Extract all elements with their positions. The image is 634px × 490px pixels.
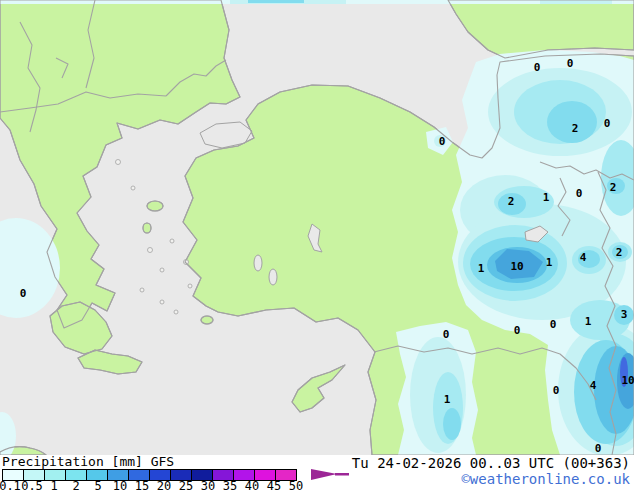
precip-value-label: 2 bbox=[572, 122, 579, 135]
precip-value-label: 0 bbox=[567, 57, 574, 70]
legend-tick-label: 25 bbox=[179, 479, 193, 490]
precip-value-label: 0 bbox=[553, 384, 560, 397]
precip-value-label: 0 bbox=[439, 135, 446, 148]
legend-title: Precipitation [mm] GFS bbox=[2, 454, 174, 469]
precip-value-label: 10 bbox=[621, 374, 634, 387]
legend-tick-label: 30 bbox=[201, 479, 215, 490]
copyright-link[interactable]: ©weatheronline.co.uk bbox=[461, 471, 630, 487]
legend-tick-label: 20 bbox=[157, 479, 171, 490]
precip-value-label: 0 bbox=[595, 442, 602, 455]
precipitation-map: 000020210211014213000041010 bbox=[0, 0, 634, 455]
precip-value-label: 0 bbox=[443, 328, 450, 341]
precip-value-label: 0 bbox=[514, 324, 521, 337]
legend-tick-label: 45 bbox=[267, 479, 281, 490]
precip-value-label: 2 bbox=[616, 246, 623, 259]
precip-value-label: 1 bbox=[585, 315, 592, 328]
precip-value-label: 1 bbox=[546, 256, 553, 269]
legend-tick-label: 0.5 bbox=[21, 479, 43, 490]
legend-tick-label: 1 bbox=[50, 479, 57, 490]
precip-value-label: 3 bbox=[621, 308, 628, 321]
legend-tick-labels: 0.10.5125101520253035404550 bbox=[2, 479, 342, 490]
precip-value-label: 0 bbox=[534, 61, 541, 74]
precip-value-label: 1 bbox=[444, 393, 451, 406]
legend-title-model: GFS bbox=[151, 454, 174, 469]
legend-tick-label: 2 bbox=[72, 479, 79, 490]
precip-value-label: 0 bbox=[20, 287, 27, 300]
precip-value-label: 4 bbox=[590, 379, 597, 392]
precip-value-label: 0 bbox=[550, 318, 557, 331]
precip-value-label: 2 bbox=[610, 181, 617, 194]
legend-tick-label: 15 bbox=[135, 479, 149, 490]
legend-tick-label: 10 bbox=[113, 479, 127, 490]
precip-value-label: 10 bbox=[510, 260, 523, 273]
precip-value-label: 2 bbox=[508, 195, 515, 208]
precip-value-label: 1 bbox=[543, 191, 550, 204]
map-area: 000020210211014213000041010 bbox=[0, 0, 634, 455]
legend-title-word: Precipitation bbox=[2, 454, 104, 470]
precip-value-label: 0 bbox=[604, 117, 611, 130]
legend-tick-label: 5 bbox=[94, 479, 101, 490]
legend-tick-label: 40 bbox=[245, 479, 259, 490]
legend-tick-label: 35 bbox=[223, 479, 237, 490]
legend-tick-label: 50 bbox=[289, 479, 303, 490]
legend-title-unit: [mm] bbox=[112, 454, 143, 469]
forecast-timestamp: Tu 24-02-2026 00..03 UTC (00+363) bbox=[352, 455, 630, 471]
precip-value-label: 0 bbox=[576, 187, 583, 200]
precip-value-label: 4 bbox=[580, 251, 587, 264]
legend-tick-label: 0.1 bbox=[0, 479, 21, 490]
weather-map-screen: 000020210211014213000041010 Precipitatio… bbox=[0, 0, 634, 490]
precip-value-label: 1 bbox=[478, 262, 485, 275]
